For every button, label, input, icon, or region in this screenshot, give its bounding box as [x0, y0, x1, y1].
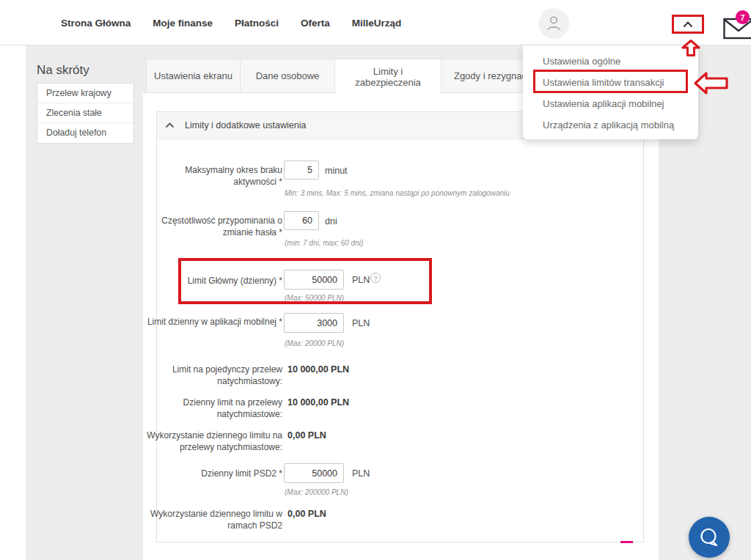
field-label-instant-usage: Wykorzystanie dziennego limitu na przele… — [147, 430, 282, 453]
instant-usage-value: 0,00 PLN — [287, 430, 326, 441]
password-reminder-unit: dni — [325, 216, 337, 226]
top-header: Strona Główna Moje finanse Płatności Ofe… — [0, 0, 751, 45]
inactivity-unit: minut — [325, 166, 348, 176]
tab-limity-i-zabezpieczenia[interactable]: Limity i zabezpieczenia — [334, 59, 442, 94]
page: Strona Główna Moje finanse Płatności Ofe… — [0, 0, 751, 560]
main-nav: Strona Główna Moje finanse Płatności Ofe… — [61, 0, 401, 45]
nav-moje-finanse[interactable]: Moje finanse — [153, 18, 213, 29]
main-limit-unit: PLN — [352, 275, 370, 285]
menu-ustawienia-aplikacji[interactable]: Ustawienia aplikacji mobilnej — [523, 93, 698, 114]
section-title: Limity i dodatkowe ustawienia — [185, 120, 306, 130]
main-limit-input[interactable] — [284, 270, 344, 290]
tab-label: Ustawienia ekranu — [154, 70, 232, 81]
inactivity-note: Min: 3 mins, Max: 5 mins, zmiana nastąpi… — [285, 189, 510, 197]
menu-ustawienia-ogolne[interactable]: Ustawienia ogólne — [523, 51, 698, 72]
daily-instant-limit-value: 10 000,00 PLN — [287, 397, 349, 408]
field-label-psd2-usage: Wykorzystanie dziennego limitu w ramach … — [147, 508, 282, 531]
mobile-limit-input[interactable] — [284, 313, 344, 333]
shortcuts-list: Przelew krajowy Zlecenia stałe Doładuj t… — [37, 83, 134, 144]
tab-label: Zgody i rezygnacje — [454, 70, 534, 81]
nav-platnosci[interactable]: Płatności — [235, 18, 279, 29]
main-limit-note: (Max: 50000 PLN) — [285, 294, 344, 302]
help-icon[interactable]: ? — [370, 273, 381, 283]
collapse-menu-button[interactable] — [677, 18, 699, 31]
tab-dane-osobowe[interactable]: Dane osobowe — [240, 59, 335, 93]
chat-button[interactable] — [689, 517, 730, 558]
psd2-limit-input[interactable] — [284, 463, 344, 483]
shortcut-przelew-krajowy[interactable]: Przelew krajowy — [37, 84, 133, 103]
field-label-psd2-limit: Dzienny limit PSD2 * — [147, 468, 282, 479]
menu-urzadzenia[interactable]: Urządzenia z aplikacją mobilną — [523, 114, 698, 136]
shortcuts-title: Na skróty — [37, 63, 89, 78]
field-label-daily-instant-limit: Dzienny limit na przelewy natychmiastowe… — [147, 397, 282, 420]
psd2-limit-note: (Max: 200000 PLN) — [285, 488, 348, 496]
shortcut-zlecenia-stale[interactable]: Zlecenia stałe — [37, 103, 133, 123]
tab-label: Limity i zabezpieczenia — [348, 66, 428, 88]
tab-label: Dane osobowe — [256, 70, 320, 81]
field-label-mobile-limit: Limit dzienny w aplikacji mobilnej * — [147, 316, 282, 328]
nav-milleurzad[interactable]: MilleUrząd — [352, 18, 402, 29]
field-label-inactivity: Maksymalny okres braku aktywności * — [147, 164, 282, 188]
left-margin-strip — [0, 45, 26, 560]
password-reminder-input[interactable] — [284, 211, 319, 230]
collapse-section-icon — [165, 122, 175, 128]
divider-accent — [620, 541, 633, 543]
tab-ustawienia-ekranu[interactable]: Ustawienia ekranu — [146, 59, 241, 93]
field-label-password-reminder: Częstotliwość przypominania o zmianie ha… — [147, 215, 282, 238]
psd2-usage-value: 0,00 PLN — [287, 509, 326, 519]
mobile-limit-unit: PLN — [352, 318, 370, 328]
messages-count-badge: 7 — [736, 10, 750, 24]
chat-bubble-icon — [698, 526, 720, 548]
user-avatar[interactable] — [538, 8, 569, 39]
chevron-up-icon — [683, 21, 693, 28]
nav-oferta[interactable]: Oferta — [301, 18, 330, 29]
shortcut-doladuj-telefon[interactable]: Doładuj telefon — [37, 123, 133, 143]
inactivity-input[interactable] — [284, 161, 319, 180]
single-instant-limit-value: 10 000,00 PLN — [287, 364, 349, 375]
user-settings-menu: Ustawienia ogólne Ustawienia limitów tra… — [523, 45, 698, 139]
mobile-limit-note: (Max: 20000 PLN) — [285, 339, 344, 347]
password-reminder-note: (min: 7 dni, max: 60 dni) — [285, 239, 363, 247]
annotation-arrow-left-icon — [694, 72, 728, 95]
nav-strona-glowna[interactable]: Strona Główna — [61, 18, 131, 29]
field-label-main-limit: Limit Główny (dzienny) * — [147, 275, 282, 287]
field-label-single-instant-limit: Limit na pojedynczy przelew natychmiasto… — [147, 364, 282, 387]
person-icon — [546, 15, 562, 32]
menu-ustawienia-limitow[interactable]: Ustawienia limitów transakcji — [523, 72, 698, 93]
psd2-limit-unit: PLN — [352, 468, 370, 479]
